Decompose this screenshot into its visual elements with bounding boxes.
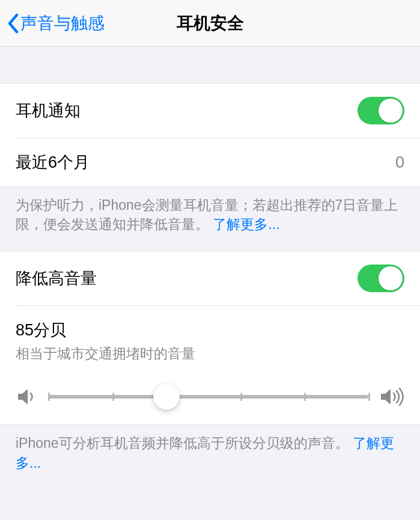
reduce-label: 降低高音量 <box>16 268 97 289</box>
reduce-toggle[interactable] <box>358 265 404 292</box>
decibel-slider[interactable] <box>48 395 368 399</box>
row-reduce-loud: 降低高音量 <box>0 251 420 305</box>
row-recent-months[interactable]: 最近6个月 0 <box>16 138 420 186</box>
back-label: 声音与触感 <box>20 12 105 35</box>
recent-label: 最近6个月 <box>16 151 90 173</box>
slider-row <box>16 387 404 406</box>
group2-footer: iPhone可分析耳机音频并降低高于所设分贝级的声音。 了解更多... <box>0 425 420 489</box>
learn-more-link[interactable]: 了解更多... <box>213 216 279 232</box>
footer-text-2: iPhone可分析耳机音频并降低高于所设分贝级的声音。 <box>16 435 349 451</box>
slider-thumb[interactable] <box>153 384 180 410</box>
group-reduce: 降低高音量 85分贝 相当于城市交通拥堵时的音量 <box>0 251 420 425</box>
notify-label: 耳机通知 <box>16 100 81 121</box>
chevron-left-icon <box>7 13 19 34</box>
notify-toggle[interactable] <box>358 97 404 124</box>
back-button[interactable]: 声音与触感 <box>0 12 105 35</box>
group-notifications: 耳机通知 最近6个月 0 <box>0 83 420 187</box>
spacer <box>0 47 420 83</box>
recent-value: 0 <box>395 153 404 172</box>
slider-section: 85分贝 相当于城市交通拥堵时的音量 <box>16 305 420 424</box>
row-headphone-notify: 耳机通知 <box>0 84 420 138</box>
group1-footer: 为保护听力，iPhone会测量耳机音量；若超出推荐的7日音量上限，便会发送通知并… <box>0 187 420 251</box>
footer-text: 为保护听力，iPhone会测量耳机音量；若超出推荐的7日音量上限，便会发送通知并… <box>16 197 398 232</box>
volume-high-icon <box>379 387 404 406</box>
volume-low-icon <box>16 387 37 406</box>
nav-bar: 声音与触感 耳机安全 <box>0 0 420 47</box>
db-label: 85分贝 <box>16 319 404 341</box>
db-sub: 相当于城市交通拥堵时的音量 <box>16 344 404 363</box>
page-title: 耳机安全 <box>177 12 244 35</box>
